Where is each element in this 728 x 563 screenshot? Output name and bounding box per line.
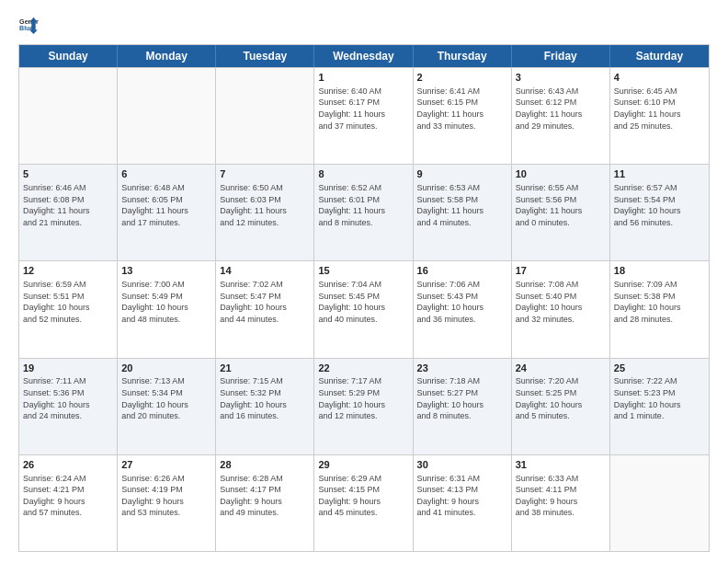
day-info: Sunrise: 6:43 AM Sunset: 6:12 PM Dayligh…	[516, 86, 606, 132]
day-info: Sunrise: 6:26 AM Sunset: 4:19 PM Dayligh…	[121, 473, 211, 519]
day-cell-6: 6Sunrise: 6:48 AM Sunset: 6:05 PM Daylig…	[118, 165, 216, 260]
day-number: 31	[516, 458, 606, 472]
day-cell-26: 26Sunrise: 6:24 AM Sunset: 4:21 PM Dayli…	[19, 455, 118, 551]
day-number: 7	[220, 167, 310, 181]
day-info: Sunrise: 7:11 AM Sunset: 5:36 PM Dayligh…	[23, 375, 113, 421]
day-info: Sunrise: 7:06 AM Sunset: 5:43 PM Dayligh…	[417, 279, 507, 325]
day-info: Sunrise: 6:29 AM Sunset: 4:15 PM Dayligh…	[318, 473, 408, 519]
day-info: Sunrise: 6:40 AM Sunset: 6:17 PM Dayligh…	[318, 86, 408, 132]
empty-cell-0-0	[19, 68, 118, 164]
day-cell-2: 2Sunrise: 6:41 AM Sunset: 6:15 PM Daylig…	[414, 68, 512, 164]
day-number: 6	[121, 167, 211, 181]
day-cell-14: 14Sunrise: 7:02 AM Sunset: 5:47 PM Dayli…	[216, 261, 314, 357]
empty-cell-0-1	[118, 68, 216, 164]
day-number: 30	[417, 458, 507, 472]
day-cell-12: 12Sunrise: 6:59 AM Sunset: 5:51 PM Dayli…	[19, 261, 118, 357]
day-header-friday: Friday	[512, 45, 610, 67]
day-number: 5	[23, 167, 113, 181]
header: General Blue	[18, 15, 710, 35]
day-number: 1	[318, 71, 408, 85]
day-cell-9: 9Sunrise: 6:53 AM Sunset: 5:58 PM Daylig…	[414, 165, 512, 260]
day-info: Sunrise: 6:24 AM Sunset: 4:21 PM Dayligh…	[23, 473, 113, 519]
day-number: 11	[614, 167, 705, 181]
day-cell-29: 29Sunrise: 6:29 AM Sunset: 4:15 PM Dayli…	[314, 455, 413, 551]
day-number: 2	[417, 71, 507, 85]
day-info: Sunrise: 7:15 AM Sunset: 5:32 PM Dayligh…	[220, 375, 310, 421]
empty-cell-4-6	[610, 455, 709, 551]
week-row-0: 1Sunrise: 6:40 AM Sunset: 6:17 PM Daylig…	[19, 67, 709, 164]
day-cell-31: 31Sunrise: 6:33 AM Sunset: 4:11 PM Dayli…	[512, 455, 610, 551]
day-info: Sunrise: 6:46 AM Sunset: 6:08 PM Dayligh…	[23, 182, 113, 228]
day-cell-22: 22Sunrise: 7:17 AM Sunset: 5:29 PM Dayli…	[314, 359, 413, 454]
day-cell-3: 3Sunrise: 6:43 AM Sunset: 6:12 PM Daylig…	[512, 68, 610, 164]
day-cell-20: 20Sunrise: 7:13 AM Sunset: 5:34 PM Dayli…	[118, 359, 216, 454]
day-header-sunday: Sunday	[19, 45, 118, 67]
day-cell-28: 28Sunrise: 6:28 AM Sunset: 4:17 PM Dayli…	[216, 455, 314, 551]
day-cell-18: 18Sunrise: 7:09 AM Sunset: 5:38 PM Dayli…	[610, 261, 709, 357]
day-info: Sunrise: 6:48 AM Sunset: 6:05 PM Dayligh…	[121, 182, 211, 228]
day-info: Sunrise: 6:53 AM Sunset: 5:58 PM Dayligh…	[417, 182, 507, 228]
day-number: 18	[614, 264, 705, 278]
day-info: Sunrise: 7:13 AM Sunset: 5:34 PM Dayligh…	[121, 375, 211, 421]
day-number: 8	[318, 167, 408, 181]
day-info: Sunrise: 7:00 AM Sunset: 5:49 PM Dayligh…	[121, 279, 211, 325]
day-info: Sunrise: 6:33 AM Sunset: 4:11 PM Dayligh…	[516, 473, 606, 519]
day-number: 25	[614, 362, 705, 375]
day-number: 28	[220, 458, 310, 472]
day-cell-30: 30Sunrise: 6:31 AM Sunset: 4:13 PM Dayli…	[414, 455, 512, 551]
day-info: Sunrise: 7:08 AM Sunset: 5:40 PM Dayligh…	[516, 279, 606, 325]
day-cell-7: 7Sunrise: 6:50 AM Sunset: 6:03 PM Daylig…	[216, 165, 314, 260]
day-number: 21	[220, 362, 310, 375]
day-info: Sunrise: 6:31 AM Sunset: 4:13 PM Dayligh…	[417, 473, 507, 519]
day-number: 4	[614, 71, 705, 85]
day-cell-13: 13Sunrise: 7:00 AM Sunset: 5:49 PM Dayli…	[118, 261, 216, 357]
day-cell-1: 1Sunrise: 6:40 AM Sunset: 6:17 PM Daylig…	[314, 68, 413, 164]
day-number: 20	[121, 362, 211, 375]
day-cell-17: 17Sunrise: 7:08 AM Sunset: 5:40 PM Dayli…	[512, 261, 610, 357]
day-number: 23	[417, 362, 507, 375]
page: General Blue SundayMondayTuesdayWednesda…	[0, 0, 728, 563]
day-cell-21: 21Sunrise: 7:15 AM Sunset: 5:32 PM Dayli…	[216, 359, 314, 454]
day-info: Sunrise: 7:02 AM Sunset: 5:47 PM Dayligh…	[220, 279, 310, 325]
day-cell-5: 5Sunrise: 6:46 AM Sunset: 6:08 PM Daylig…	[19, 165, 118, 260]
day-header-monday: Monday	[118, 45, 216, 67]
calendar-header-row: SundayMondayTuesdayWednesdayThursdayFrid…	[19, 45, 709, 67]
day-info: Sunrise: 6:52 AM Sunset: 6:01 PM Dayligh…	[318, 182, 408, 228]
day-info: Sunrise: 7:09 AM Sunset: 5:38 PM Dayligh…	[614, 279, 705, 325]
day-number: 16	[417, 264, 507, 278]
day-number: 15	[318, 264, 408, 278]
day-number: 14	[220, 264, 310, 278]
day-cell-4: 4Sunrise: 6:45 AM Sunset: 6:10 PM Daylig…	[610, 68, 709, 164]
day-info: Sunrise: 6:41 AM Sunset: 6:15 PM Dayligh…	[417, 86, 507, 132]
week-row-2: 12Sunrise: 6:59 AM Sunset: 5:51 PM Dayli…	[19, 260, 709, 357]
day-cell-11: 11Sunrise: 6:57 AM Sunset: 5:54 PM Dayli…	[610, 165, 709, 260]
empty-cell-0-2	[216, 68, 314, 164]
day-cell-16: 16Sunrise: 7:06 AM Sunset: 5:43 PM Dayli…	[414, 261, 512, 357]
day-info: Sunrise: 6:59 AM Sunset: 5:51 PM Dayligh…	[23, 279, 113, 325]
day-cell-24: 24Sunrise: 7:20 AM Sunset: 5:25 PM Dayli…	[512, 359, 610, 454]
day-number: 19	[23, 362, 113, 375]
day-number: 10	[516, 167, 606, 181]
logo-icon: General Blue	[18, 15, 39, 35]
day-cell-19: 19Sunrise: 7:11 AM Sunset: 5:36 PM Dayli…	[19, 359, 118, 454]
calendar: SundayMondayTuesdayWednesdayThursdayFrid…	[18, 44, 710, 552]
day-cell-8: 8Sunrise: 6:52 AM Sunset: 6:01 PM Daylig…	[314, 165, 413, 260]
day-header-thursday: Thursday	[414, 45, 512, 67]
day-number: 27	[121, 458, 211, 472]
calendar-body: 1Sunrise: 6:40 AM Sunset: 6:17 PM Daylig…	[19, 67, 709, 551]
day-info: Sunrise: 6:45 AM Sunset: 6:10 PM Dayligh…	[614, 86, 705, 132]
day-cell-25: 25Sunrise: 7:22 AM Sunset: 5:23 PM Dayli…	[610, 359, 709, 454]
day-info: Sunrise: 6:55 AM Sunset: 5:56 PM Dayligh…	[516, 182, 606, 228]
day-info: Sunrise: 7:04 AM Sunset: 5:45 PM Dayligh…	[318, 279, 408, 325]
day-number: 24	[516, 362, 606, 375]
week-row-4: 26Sunrise: 6:24 AM Sunset: 4:21 PM Dayli…	[19, 454, 709, 551]
day-cell-23: 23Sunrise: 7:18 AM Sunset: 5:27 PM Dayli…	[414, 359, 512, 454]
week-row-1: 5Sunrise: 6:46 AM Sunset: 6:08 PM Daylig…	[19, 164, 709, 260]
day-number: 26	[23, 458, 113, 472]
day-header-wednesday: Wednesday	[314, 45, 413, 67]
day-number: 17	[516, 264, 606, 278]
day-cell-10: 10Sunrise: 6:55 AM Sunset: 5:56 PM Dayli…	[512, 165, 610, 260]
day-number: 3	[516, 71, 606, 85]
day-number: 13	[121, 264, 211, 278]
day-info: Sunrise: 7:20 AM Sunset: 5:25 PM Dayligh…	[516, 375, 606, 421]
